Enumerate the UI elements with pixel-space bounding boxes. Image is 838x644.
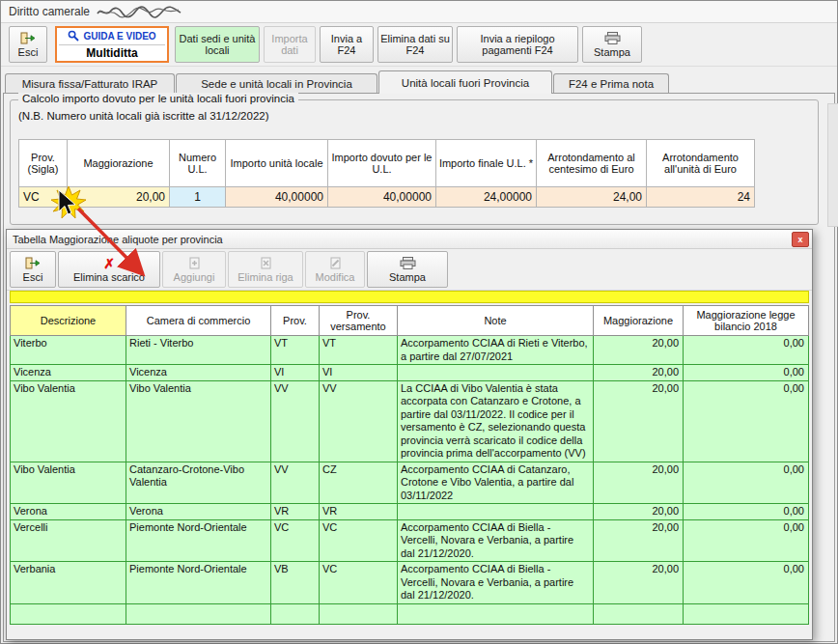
cell-arrot-centesimo[interactable]: 24,00 [537, 187, 647, 208]
calc-header-importo-dovuto: Importo dovuto per le U.L. [328, 140, 436, 187]
cell-maggiorazione-2018[interactable]: 0,00 [684, 562, 809, 604]
popup-esci-label: Esci [23, 271, 43, 283]
cell-prov-versamento[interactable]: VT [320, 336, 398, 365]
cell-maggiorazione[interactable]: 20,00 [594, 365, 684, 381]
cell-maggiorazione-2018[interactable]: 0,00 [684, 462, 809, 504]
cell-maggiorazione[interactable]: 20,00 [68, 187, 170, 208]
tab-misura-fissa[interactable]: Misura fissa/Fatturato IRAP [5, 73, 175, 94]
elimina-riga-button[interactable]: Elimina riga [228, 251, 303, 288]
calc-header-row: Prov. (Sigla) Maggiorazione Numero U.L. … [19, 140, 755, 187]
cell-descrizione[interactable]: Verona [11, 504, 126, 520]
cell-prov-versamento[interactable]: VC [320, 562, 398, 604]
cell-importo-dovuto[interactable]: 40,00000 [328, 187, 436, 208]
header-descrizione[interactable]: Descrizione [11, 306, 126, 336]
invia-f24-button[interactable]: Invia a F24 [320, 26, 374, 63]
header-maggiorazione-2018[interactable]: Maggiorazione legge bilancio 2018 [684, 306, 809, 336]
cell-descrizione[interactable]: Vicenza [11, 365, 126, 381]
cell-prov[interactable]: VI [271, 365, 320, 381]
window-title: Diritto camerale [9, 5, 90, 18]
guida-video-panel[interactable]: GUIDA E VIDEO Multiditta [55, 26, 169, 63]
tab-unita-fuori-provincia[interactable]: Unità locali fuori Provincia [378, 70, 552, 94]
cell-arrot-unita[interactable]: 24 [647, 187, 755, 208]
cell-numero-ul[interactable]: 1 [170, 187, 226, 208]
cell-camera[interactable]: Catanzaro-Crotone-Vibo Valentia [126, 462, 271, 504]
cell-maggiorazione-2018[interactable]: 0,00 [684, 336, 809, 365]
cell-maggiorazione-2018[interactable]: 0,00 [684, 380, 809, 462]
cell-prov-versamento[interactable]: CZ [320, 462, 398, 504]
cell-camera[interactable]: Vicenza [126, 365, 271, 381]
vertical-scrollbar[interactable] [827, 103, 838, 227]
popup-stampa-button[interactable]: Stampa [367, 251, 448, 288]
cell-prov-versamento[interactable]: VC [320, 519, 398, 562]
cell-prov[interactable]: VV [271, 462, 320, 504]
calc-header-numero-ul: Numero U.L. [170, 140, 226, 187]
cell-maggiorazione[interactable]: 20,00 [594, 519, 684, 562]
red-x-icon: ✗ [103, 256, 115, 270]
groupbox-title: Calcolo importo dovuto per le unità loca… [18, 93, 298, 104]
cell-descrizione[interactable]: Vercelli [11, 519, 126, 562]
table-row-partial[interactable] [11, 603, 809, 624]
cell-maggiorazione[interactable]: 20,00 [594, 336, 684, 365]
cell-importo-unita[interactable]: 40,00000 [226, 187, 328, 208]
cell-prov-versamento[interactable]: VR [320, 504, 398, 520]
header-prov-versamento[interactable]: Prov. versamento [320, 306, 398, 336]
cell-note[interactable]: La CCIAA di Vibo Valentia è stata accorp… [398, 380, 594, 462]
cell-note[interactable]: Accorpamento CCIAA di Rieti e Viterbo, a… [398, 336, 594, 365]
table-row: Viterbo Rieti - Viterbo VT VT Accorpamen… [11, 336, 809, 365]
redacted-scribble [96, 5, 184, 19]
cell-note[interactable]: Accorpamento CCIAA di Biella - Vercelli,… [398, 562, 594, 604]
modifica-button[interactable]: Modifica [305, 251, 365, 288]
riepilogo-f24-button[interactable]: Invia a riepilogo pagamenti F24 [457, 26, 578, 63]
aggiungi-button[interactable]: Aggiungi [162, 251, 226, 288]
cell-camera[interactable]: Vibo Valentia [126, 380, 271, 462]
cell-prov[interactable]: VV [271, 380, 320, 462]
cell-camera[interactable]: Piemonte Nord-Orientale [126, 519, 271, 562]
cell-descrizione[interactable]: Verbania [11, 562, 126, 604]
popup-titlebar[interactable]: Tabella Maggiorazione aliquote per provi… [7, 230, 812, 249]
header-prov[interactable]: Prov. [271, 306, 320, 336]
cell-prov[interactable]: VR [271, 504, 320, 520]
stampa-button[interactable]: Stampa [582, 26, 642, 63]
cell-descrizione[interactable]: Vibo Valentia [11, 462, 126, 504]
cell-prov-versamento[interactable]: VI [320, 365, 398, 381]
esci-button[interactable]: Esci [9, 26, 47, 63]
cell-descrizione[interactable]: Viterbo [11, 336, 126, 365]
cell-prov[interactable]: VB [271, 562, 320, 604]
cell-importo-finale[interactable]: 24,00000 [436, 187, 537, 208]
tab-f24-prima-nota[interactable]: F24 e Prima nota [553, 73, 669, 94]
aggiungi-label: Aggiungi [174, 271, 215, 283]
tab-sede-unita[interactable]: Sede e unità locali in Provincia [176, 73, 377, 94]
cell-maggiorazione-2018[interactable]: 0,00 [684, 504, 809, 520]
cell-prov[interactable]: VT [271, 336, 320, 365]
calc-header-importo-unita: Importo unità locale [226, 140, 328, 187]
cell-camera[interactable]: Rieti - Viterbo [126, 336, 271, 365]
cell-maggiorazione[interactable]: 20,00 [594, 380, 684, 462]
importa-dati-button[interactable]: Importa dati [264, 26, 316, 63]
tab-misura-label: Misura fissa/Fatturato IRAP [22, 78, 158, 90]
cell-maggiorazione-2018[interactable]: 0,00 [684, 519, 809, 562]
cell-maggiorazione[interactable]: 20,00 [594, 504, 684, 520]
cell-prov[interactable]: VC [271, 519, 320, 562]
cell-note[interactable] [398, 365, 594, 381]
cell-maggiorazione[interactable]: 20,00 [594, 462, 684, 504]
cell-camera[interactable]: Piemonte Nord-Orientale [126, 562, 271, 604]
cell-prov-versamento[interactable]: VV [320, 380, 398, 462]
cell-prov-sigla[interactable]: VC [19, 187, 68, 208]
calc-header-importo-finale: Importo finale U.L. * [436, 140, 537, 187]
header-camera[interactable]: Camera di commercio [126, 306, 271, 336]
cell-maggiorazione[interactable]: 20,00 [594, 562, 684, 604]
cell-maggiorazione-2018[interactable]: 0,00 [684, 365, 809, 381]
cell-note[interactable]: Accorpamento CCIAA di Biella - Vercelli,… [398, 519, 594, 562]
dati-sedi-button[interactable]: Dati sedi e unità locali [175, 26, 260, 63]
header-maggiorazione[interactable]: Maggiorazione [594, 306, 684, 336]
popup-esci-button[interactable]: Esci [10, 251, 56, 288]
cell-descrizione[interactable]: Vibo Valentia [11, 380, 126, 462]
cell-note[interactable] [398, 504, 594, 520]
elimina-scarico-button[interactable]: ✗ Elimina scarico [58, 251, 160, 288]
cell-note[interactable]: Accorpamento CCIAA di Catanzaro, Crotone… [398, 462, 594, 504]
header-note[interactable]: Note [398, 306, 594, 336]
elimina-dati-f24-button[interactable]: Elimina dati su F24 [377, 26, 453, 63]
sheet-plus-icon [188, 256, 201, 270]
close-icon[interactable]: x [792, 232, 809, 247]
cell-camera[interactable]: Verona [126, 504, 271, 520]
